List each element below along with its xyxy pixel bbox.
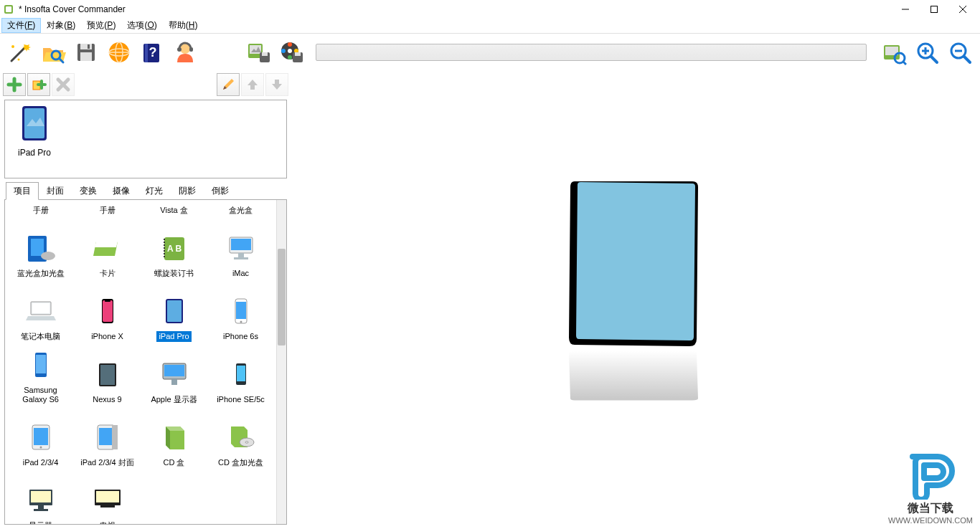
svg-point-79 <box>240 320 242 323</box>
move-down-button[interactable] <box>265 73 288 96</box>
tab-5[interactable]: 阴影 <box>171 182 204 200</box>
close-button[interactable] <box>948 0 977 18</box>
wizard-button[interactable] <box>4 37 36 68</box>
zoom-out-button[interactable] <box>944 37 976 68</box>
open-button[interactable] <box>37 37 69 68</box>
svg-rect-88 <box>237 366 245 381</box>
gallery-item[interactable]: iPhone X <box>75 282 140 343</box>
gallery-item[interactable]: iPad 2/3/4 封面 <box>75 408 140 470</box>
svg-line-46 <box>964 57 970 62</box>
svg-line-43 <box>931 57 937 62</box>
svg-rect-74 <box>105 300 110 302</box>
app-icon <box>3 4 14 15</box>
gallery-item[interactable]: 蓝光盒加光盘 <box>8 219 73 280</box>
svg-rect-94 <box>112 425 118 449</box>
tab-6[interactable]: 倒影 <box>204 182 237 200</box>
preview-canvas[interactable]: 微当下载 WWW.WEIDOWN.COM <box>291 71 980 529</box>
gallery-item[interactable]: 手册 <box>75 203 140 217</box>
svg-rect-61 <box>31 239 44 256</box>
gallery-item[interactable]: 卡片 <box>75 219 140 280</box>
gallery-item[interactable]: CD 盒 <box>141 408 207 470</box>
svg-point-7 <box>18 59 20 61</box>
svg-rect-102 <box>96 491 119 502</box>
export-image-button[interactable] <box>242 37 274 68</box>
svg-rect-12 <box>88 44 90 49</box>
menu-1[interactable]: 对象(B) <box>41 18 81 33</box>
svg-text:A B: A B <box>166 244 182 254</box>
svg-text:?: ? <box>149 45 157 59</box>
gallery-item[interactable]: iPad 2/3/4 <box>8 408 73 470</box>
move-up-button[interactable] <box>241 73 264 96</box>
svg-rect-69 <box>234 257 248 259</box>
menu-2[interactable]: 预览(P) <box>81 18 121 33</box>
help-button[interactable]: ? <box>136 37 168 68</box>
gallery-item[interactable]: iPhone 6s <box>208 282 273 343</box>
delete-button[interactable] <box>52 73 75 96</box>
svg-rect-68 <box>238 253 244 257</box>
maximize-button[interactable] <box>920 0 948 18</box>
object-action-bar <box>1 72 290 97</box>
svg-point-29 <box>288 49 292 53</box>
menu-4[interactable]: 帮助(H) <box>163 18 204 33</box>
fit-button[interactable] <box>878 37 910 68</box>
svg-rect-71 <box>32 303 50 313</box>
svg-rect-90 <box>34 428 48 445</box>
gallery-item[interactable]: 显示器 <box>8 471 73 524</box>
watermark-link: WWW.WEIDOWN.COM <box>888 516 973 525</box>
gallery-grid: 手册手册Vista 盒盒光盒蓝光盒加光盘卡片A B螺旋装订书iMac笔记本电脑i… <box>8 203 273 524</box>
svg-rect-73 <box>103 300 113 322</box>
gallery-item[interactable]: 电视 <box>75 471 140 524</box>
svg-rect-11 <box>80 44 92 49</box>
gallery-item[interactable]: 手册 <box>8 203 73 217</box>
selected-object-item[interactable]: iPad Pro <box>9 105 60 158</box>
gallery-item[interactable]: Samsung Galaxy S6 <box>8 345 73 406</box>
svg-rect-78 <box>236 302 246 319</box>
svg-rect-99 <box>38 505 44 509</box>
selected-objects-box: iPad Pro <box>4 100 287 178</box>
minimize-button[interactable] <box>891 0 920 18</box>
add-object-button[interactable] <box>3 73 26 96</box>
gallery-item[interactable]: iMac <box>208 219 273 280</box>
tab-2[interactable]: 变换 <box>72 182 105 200</box>
watermark: 微当下载 WWW.WEIDOWN.COM <box>888 449 973 525</box>
gallery-item[interactable]: iPhone SE/5c <box>208 345 273 406</box>
gallery-item[interactable]: A B螺旋装订书 <box>141 219 207 280</box>
gallery-item[interactable]: Apple 显示器 <box>141 345 207 406</box>
menu-0[interactable]: 文件(F) <box>1 18 41 33</box>
svg-point-33 <box>281 49 286 53</box>
main-area: iPad Pro 项目封面变换摄像灯光阴影倒影 手册手册Vista 盒盒光盒蓝光… <box>0 71 980 529</box>
title-bar: * Insofta Cover Commander <box>0 0 980 18</box>
svg-point-96 <box>245 442 248 443</box>
tab-0[interactable]: 项目 <box>6 182 39 200</box>
gallery-scrollbar[interactable] <box>276 200 286 524</box>
gallery-item[interactable]: Vista 盒 <box>141 203 207 217</box>
svg-rect-81 <box>36 355 46 373</box>
svg-rect-23 <box>189 47 193 52</box>
selected-object-label: iPad Pro <box>18 148 51 158</box>
svg-rect-35 <box>295 52 301 56</box>
svg-rect-19 <box>145 44 148 62</box>
gallery-item[interactable]: CD 盒加光盘 <box>208 408 273 470</box>
edit-button[interactable] <box>217 73 240 96</box>
web-button[interactable] <box>103 37 135 68</box>
tab-4[interactable]: 灯光 <box>138 182 171 200</box>
gallery-item[interactable]: Nexus 9 <box>75 345 140 406</box>
tab-1[interactable]: 封面 <box>39 182 72 200</box>
save-button[interactable] <box>70 37 102 68</box>
svg-point-91 <box>39 446 42 448</box>
gallery-item[interactable]: iPad Pro <box>141 282 207 343</box>
tab-3[interactable]: 摄像 <box>105 182 138 200</box>
export-video-button[interactable] <box>275 37 307 68</box>
gallery-item[interactable]: 笔记本电脑 <box>8 282 73 343</box>
support-button[interactable] <box>169 37 201 68</box>
watermark-title: 微当下载 <box>888 501 973 516</box>
svg-rect-86 <box>171 379 177 385</box>
main-toolbar: ? <box>0 34 980 71</box>
toolbar-path-input[interactable] <box>316 44 867 61</box>
svg-rect-103 <box>100 505 115 507</box>
zoom-in-button[interactable] <box>911 37 943 68</box>
menu-3[interactable]: 选项(O) <box>121 18 162 33</box>
svg-rect-67 <box>231 239 251 250</box>
duplicate-button[interactable] <box>27 73 50 96</box>
gallery-item[interactable]: 盒光盒 <box>208 203 273 217</box>
